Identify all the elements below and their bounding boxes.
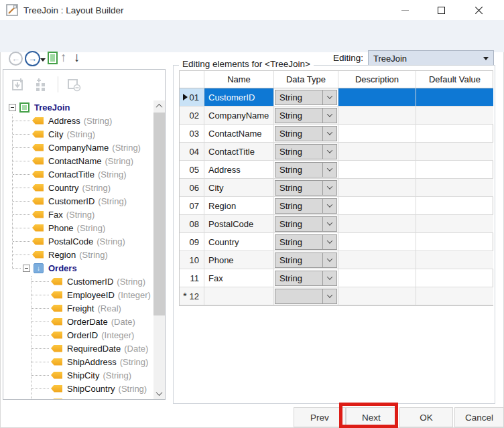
forward-button[interactable]: → [25, 51, 40, 66]
datatype-combobox[interactable]: String [275, 126, 337, 141]
tree-item[interactable]: OrderDate(Date) [3, 315, 153, 328]
grid-description-cell[interactable] [338, 161, 416, 179]
back-button[interactable]: ← [9, 52, 23, 66]
grid-name-cell[interactable] [204, 287, 274, 305]
tree-item[interactable]: RequiredDate(Date) [3, 342, 153, 355]
editing-combobox[interactable]: TreeJoin [368, 50, 494, 66]
grid-row-header[interactable]: 10 [180, 251, 204, 269]
next-button[interactable]: Next [346, 407, 397, 427]
grid-row-header[interactable]: 02 [180, 106, 204, 125]
collapse-toggle-icon[interactable] [23, 265, 30, 272]
datatype-dropdown-button[interactable] [322, 127, 336, 141]
datatype-dropdown-button[interactable] [322, 181, 336, 195]
grid-row-header[interactable]: 08 [180, 215, 204, 233]
tree-item[interactable]: Freight(Real) [3, 301, 153, 315]
grid-name-cell[interactable]: ContactTitle [204, 143, 274, 161]
grid-defaultvalue-cell[interactable] [416, 161, 493, 179]
grid-defaultvalue-cell[interactable] [416, 88, 493, 106]
scroll-down-button[interactable] [153, 388, 165, 399]
grid-row-header[interactable]: 04 [180, 143, 204, 161]
grid-name-cell[interactable]: CompanyName [204, 106, 274, 125]
tree-item[interactable]: ShipCity(String) [3, 368, 153, 382]
datatype-combobox[interactable] [275, 289, 337, 304]
datatype-combobox[interactable]: String [275, 144, 337, 159]
cancel-button[interactable]: Cancel [454, 407, 504, 427]
grid-description-cell[interactable] [338, 215, 416, 233]
grid-defaultvalue-cell[interactable] [416, 233, 493, 251]
remove-node-icon[interactable] [66, 77, 81, 92]
move-up-button[interactable]: ↑ [60, 50, 67, 66]
tree-item-orders[interactable]: ↓Orders [3, 261, 153, 275]
grid-row-header[interactable]: 12* [180, 287, 204, 305]
tree-scrollbar[interactable] [153, 100, 165, 399]
move-down-button[interactable]: ↓ [74, 50, 80, 66]
grid-name-cell[interactable]: Phone [204, 251, 274, 269]
tree-item[interactable]: CustomerID(String) [3, 194, 153, 208]
datatype-dropdown-button[interactable] [322, 163, 336, 177]
datatype-combobox[interactable]: String [275, 108, 337, 123]
grid-description-cell[interactable] [338, 143, 416, 161]
scrollbar-thumb[interactable] [153, 113, 165, 315]
tree-item[interactable]: Region(String) [3, 248, 153, 261]
grid-row-header[interactable]: 06 [180, 179, 204, 197]
grid-description-cell[interactable] [338, 88, 416, 106]
grid-name-cell[interactable]: ContactName [204, 125, 274, 143]
datatype-combobox[interactable]: String [275, 162, 337, 177]
tree-item-root[interactable]: TreeJoin [3, 100, 153, 114]
tree-item[interactable]: EmployeeID(Integer) [3, 288, 153, 301]
datatype-combobox[interactable]: String [275, 234, 337, 250]
datatype-dropdown-button[interactable] [322, 217, 336, 231]
datatype-dropdown-button[interactable] [322, 271, 336, 285]
grid-row-header[interactable]: 01 [180, 88, 204, 106]
tree-item[interactable]: ShipCountry(String) [3, 382, 153, 395]
datatype-combobox[interactable]: String [275, 271, 337, 286]
ok-button[interactable]: OK [399, 407, 453, 427]
datatype-dropdown-button[interactable] [322, 109, 336, 123]
grid-name-cell[interactable]: CustomerID [204, 88, 274, 106]
grid-description-cell[interactable] [338, 269, 416, 287]
grid-defaultvalue-cell[interactable] [416, 215, 493, 233]
scroll-up-button[interactable] [153, 100, 165, 112]
close-button[interactable] [464, 0, 493, 20]
datatype-dropdown-button[interactable] [322, 253, 336, 267]
datatype-dropdown-button[interactable] [322, 289, 336, 303]
grid-description-cell[interactable] [338, 125, 416, 143]
add-child-node-icon[interactable] [11, 77, 25, 92]
tree-item[interactable]: City(String) [3, 127, 153, 141]
grid-description-cell[interactable] [338, 106, 416, 125]
grid-row-header[interactable]: 05 [180, 161, 204, 179]
grid-defaultvalue-cell[interactable] [416, 106, 493, 125]
datatype-combobox[interactable]: String [275, 198, 337, 214]
grid-name-cell[interactable]: Fax [204, 269, 274, 287]
maximize-button[interactable] [426, 0, 456, 20]
grid-description-cell[interactable] [338, 197, 416, 215]
grid-name-cell[interactable]: Country [204, 233, 274, 251]
grid-row-header[interactable]: 11 [180, 269, 204, 287]
prev-button[interactable]: Prev [294, 407, 346, 427]
grid-description-cell[interactable] [338, 233, 416, 251]
tree-item[interactable]: Country(String) [3, 181, 153, 194]
grid-defaultvalue-cell[interactable] [416, 197, 493, 215]
grid-defaultvalue-cell[interactable] [416, 125, 493, 143]
datatype-dropdown-button[interactable] [322, 90, 336, 104]
grid-defaultvalue-cell[interactable] [416, 269, 493, 287]
collapse-toggle-icon[interactable] [9, 104, 16, 111]
tree-item[interactable]: CustomerID(String) [3, 275, 153, 288]
datatype-combobox[interactable]: String [275, 180, 337, 196]
grid-row-header[interactable]: 03 [180, 125, 204, 143]
grid-description-cell[interactable] [338, 179, 416, 197]
tree-item[interactable]: ContactName(String) [3, 154, 153, 167]
add-sibling-node-icon[interactable] [34, 77, 48, 92]
tree-item[interactable]: CompanyName(String) [3, 141, 153, 154]
tree-item[interactable]: OrderID(Integer) [3, 328, 153, 342]
current-node-button[interactable] [48, 52, 58, 64]
tree-item[interactable]: ShipName(String) [3, 395, 153, 399]
grid-name-cell[interactable]: City [204, 179, 274, 197]
tree-item[interactable]: ContactTitle(String) [3, 167, 153, 181]
grid-row-header[interactable]: 07 [180, 197, 204, 215]
tree-item[interactable]: Phone(String) [3, 221, 153, 234]
grid-name-cell[interactable]: Address [204, 161, 274, 179]
datatype-dropdown-button[interactable] [322, 235, 336, 249]
tree-item[interactable]: Address(String) [3, 114, 153, 127]
datatype-dropdown-button[interactable] [322, 199, 336, 213]
